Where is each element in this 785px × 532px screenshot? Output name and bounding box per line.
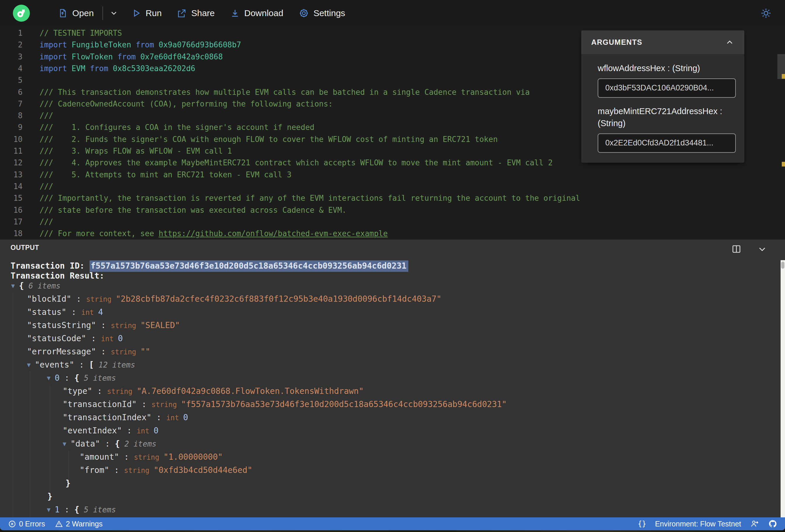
errors-label: 0 Errors <box>19 520 45 528</box>
code-line[interactable]: /// 5. Attempts to mint an ERC721 token … <box>40 169 292 181</box>
flow-logo[interactable] <box>13 5 30 22</box>
json-row: "transactionId" : string "f557a1573b76aa… <box>62 398 507 411</box>
output-scrollbar-thumb[interactable] <box>781 262 784 269</box>
environment-label[interactable]: Environment: Flow Testnet <box>655 520 741 528</box>
line-number: 17 <box>0 216 23 228</box>
json-row: "transactionIndex" : int 0 <box>62 411 188 424</box>
code-line[interactable]: /// <box>40 181 53 192</box>
line-number: 11 <box>0 145 23 157</box>
json-row: "status" : int 4 <box>27 305 103 319</box>
json-row: "eventIndex" : int 0 <box>62 424 159 437</box>
line-number: 8 <box>0 110 23 122</box>
json-row: } <box>66 477 71 490</box>
code-line[interactable]: /// 2. Funds the signer's COA with enoug… <box>40 133 498 145</box>
json-row: "from" : string "0xfd3b4cd50d44e6ed" <box>80 463 252 477</box>
run-button[interactable]: Run <box>132 8 161 18</box>
line-number: 13 <box>0 169 23 181</box>
split-view-icon[interactable] <box>731 244 742 254</box>
code-line[interactable]: /// 3. Wraps FLOW as WFLOW - EVM call 1 <box>40 145 232 157</box>
github-icon[interactable] <box>768 519 777 529</box>
share-button[interactable]: Share <box>177 8 214 18</box>
indent-guide <box>13 293 13 518</box>
code-line[interactable]: /// <box>40 110 53 122</box>
share-icon <box>177 8 187 18</box>
code-line[interactable]: /// <box>40 216 53 228</box>
flow-logo-glyph <box>16 7 27 19</box>
chevron-down-icon <box>109 9 118 18</box>
json-row: "statusString" : string "SEALED" <box>27 319 180 332</box>
arguments-header[interactable]: ARGUMENTS <box>581 30 744 54</box>
json-row[interactable]: ▼0 : { 5 items <box>47 371 116 384</box>
expand-triangle-icon[interactable]: ▼ <box>47 375 51 382</box>
indent-guide <box>50 384 50 496</box>
argument-label: wflowAddressHex : (String) <box>598 62 735 74</box>
argument-label: maybeMintERC721AddressHex : (String) <box>598 105 735 129</box>
code-line[interactable]: /// Importantly, the transaction is reve… <box>40 192 580 204</box>
json-row[interactable]: ▼{ 6 items <box>11 279 60 292</box>
line-number: 7 <box>0 98 23 110</box>
json-row: "statusCode" : int 0 <box>27 332 123 345</box>
settings-button[interactable]: Settings <box>299 8 345 19</box>
transaction-id-label: Transaction ID: <box>10 261 90 271</box>
code-line[interactable]: import EVM from 0x8c5303eaa26202d6 <box>40 62 195 74</box>
feedback-person-icon[interactable] <box>750 519 759 529</box>
expand-triangle-icon[interactable]: ▼ <box>11 282 15 289</box>
warning-marker <box>782 74 785 79</box>
settings-label: Settings <box>313 8 345 18</box>
download-button[interactable]: Download <box>230 8 283 18</box>
open-file-icon <box>58 8 68 18</box>
code-line[interactable]: /// 4. Approves the example MaybeMintERC… <box>40 157 553 169</box>
line-number: 16 <box>0 204 23 216</box>
json-row[interactable]: ▼"data" : { 2 items <box>62 437 156 450</box>
json-row: "blockId" : string "2b28cbfb87da2cfec4f0… <box>27 292 441 305</box>
line-number: 15 <box>0 192 23 204</box>
code-line[interactable]: // TESTNET IMPORTS <box>40 27 122 39</box>
expand-triangle-icon[interactable]: ▼ <box>47 506 51 513</box>
sun-icon <box>760 8 771 19</box>
json-row[interactable]: ▼1 : { 5 items <box>47 503 116 516</box>
code-line[interactable]: /// state before the transaction was exe… <box>40 204 347 216</box>
arguments-title: ARGUMENTS <box>591 38 642 47</box>
code-line[interactable]: /// For more context, see https://github… <box>40 228 388 239</box>
json-row: } <box>47 490 52 503</box>
line-number: 18 <box>0 228 23 239</box>
run-label: Run <box>146 8 161 18</box>
expand-triangle-icon[interactable]: ▼ <box>27 361 31 369</box>
output-scrollbar-track[interactable] <box>781 260 785 518</box>
transaction-id-row: Transaction ID: f557a1573b76aa53e73d46f3… <box>10 261 408 271</box>
run-play-icon <box>132 8 141 18</box>
wflow-address-input[interactable]: 0xd3bF53DAC106A0290B04... <box>598 78 736 98</box>
open-dropdown-button[interactable] <box>109 9 118 18</box>
arguments-panel: ARGUMENTS wflowAddressHex : (String) 0xd… <box>581 30 744 163</box>
line-number: 1 <box>0 27 23 39</box>
download-icon <box>230 8 240 18</box>
json-row[interactable]: ▼"events" : [ 12 items <box>27 358 135 371</box>
line-number: 12 <box>0 157 23 169</box>
flow-runner-app: Open Run Share Downl <box>0 0 785 532</box>
output-panel: OUTPUT Transaction ID: f557a1573b76aa53e… <box>0 239 785 518</box>
errors-status[interactable]: 0 Errors <box>8 520 45 528</box>
maybemint-address-input[interactable]: 0x2E2Ed0Cfd3AD2f1d34481... <box>598 133 736 153</box>
open-label: Open <box>72 8 94 18</box>
expand-triangle-icon[interactable]: ▼ <box>62 440 67 448</box>
warnings-label: 2 Warnings <box>66 520 103 528</box>
json-row: "errorMessage" : string "" <box>27 345 150 358</box>
collapse-chevron-up-icon[interactable] <box>725 38 734 47</box>
line-number: 10 <box>0 133 23 145</box>
json-row: "amount" : string "1.00000000" <box>80 450 223 463</box>
warning-marker <box>782 162 785 167</box>
open-button[interactable]: Open <box>58 8 94 18</box>
json-row: "type" : string "A.7e60df042a9c0868.Flow… <box>62 384 363 398</box>
code-line[interactable]: /// CadenceOwnedAccount (COA), performin… <box>40 98 333 110</box>
indent-guide <box>30 371 30 518</box>
code-line[interactable]: /// 1. Configures a COA in the signer's … <box>40 122 314 133</box>
warnings-status[interactable]: 2 Warnings <box>55 520 103 528</box>
warning-triangle-icon <box>55 520 63 528</box>
theme-toggle-button[interactable] <box>760 8 771 19</box>
collapse-output-chevron-icon[interactable] <box>757 244 767 254</box>
code-line[interactable]: /// This transaction demonstrates how mu… <box>40 86 530 98</box>
line-number: 14 <box>0 181 23 192</box>
code-line[interactable]: import FlowToken from 0x7e60df042a9c0868 <box>40 51 223 62</box>
settings-gear-icon <box>299 8 309 19</box>
code-line[interactable]: import FungibleToken from 0x9a0766d93b66… <box>40 39 241 51</box>
